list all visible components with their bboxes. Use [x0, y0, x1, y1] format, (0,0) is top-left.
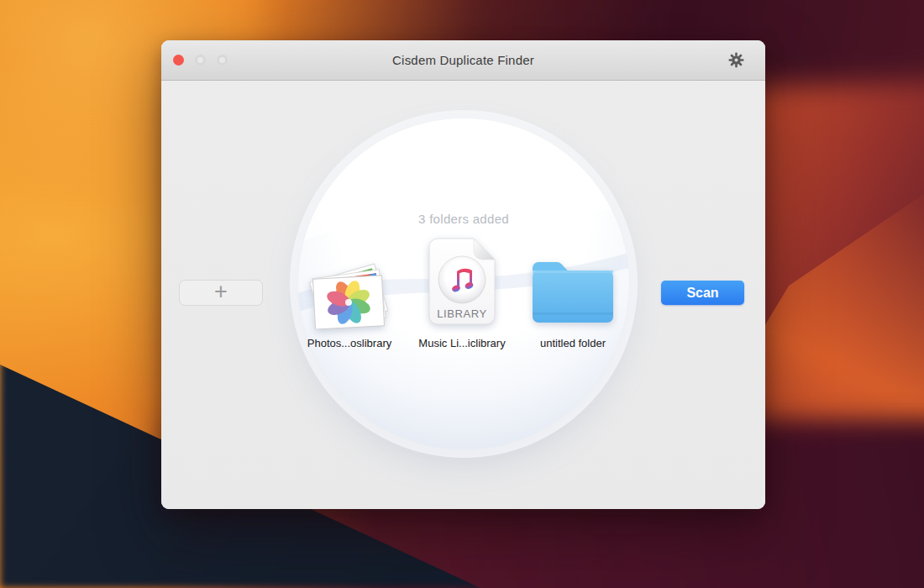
app-window: Cisdem Duplicate Finder [161, 40, 765, 509]
photos-library-icon [286, 235, 412, 329]
folder-item-music-library[interactable]: LIBRARY Music Li...iclibrary [399, 235, 525, 349]
scan-button[interactable]: Scan [661, 281, 744, 305]
gear-icon [727, 50, 746, 70]
folder-item-label: Photos...oslibrary [286, 337, 412, 349]
plus-icon: + [214, 279, 228, 304]
window-content: 3 folders added [161, 81, 765, 509]
folder-item-label: untitled folder [510, 337, 636, 349]
folders-added-status: 3 folders added [298, 212, 629, 226]
music-library-icon: LIBRARY [425, 237, 499, 329]
window-title: Cisdem Duplicate Finder [392, 53, 534, 67]
folder-item-untitled-folder[interactable]: untitled folder [510, 235, 636, 349]
zoom-button[interactable] [217, 55, 228, 66]
scan-button-label: Scan [686, 286, 718, 301]
folder-item-photos-library[interactable]: Photos...oslibrary [286, 235, 412, 349]
traffic-lights [173, 40, 228, 80]
minimize-button[interactable] [195, 55, 206, 66]
folder-item-label: Music Li...iclibrary [399, 337, 525, 349]
close-button[interactable] [173, 55, 184, 66]
library-badge: LIBRARY [425, 307, 499, 320]
add-folder-button[interactable]: + [179, 280, 263, 306]
title-bar: Cisdem Duplicate Finder [161, 40, 765, 81]
settings-button[interactable] [727, 50, 746, 70]
blue-folder-icon [510, 235, 636, 329]
